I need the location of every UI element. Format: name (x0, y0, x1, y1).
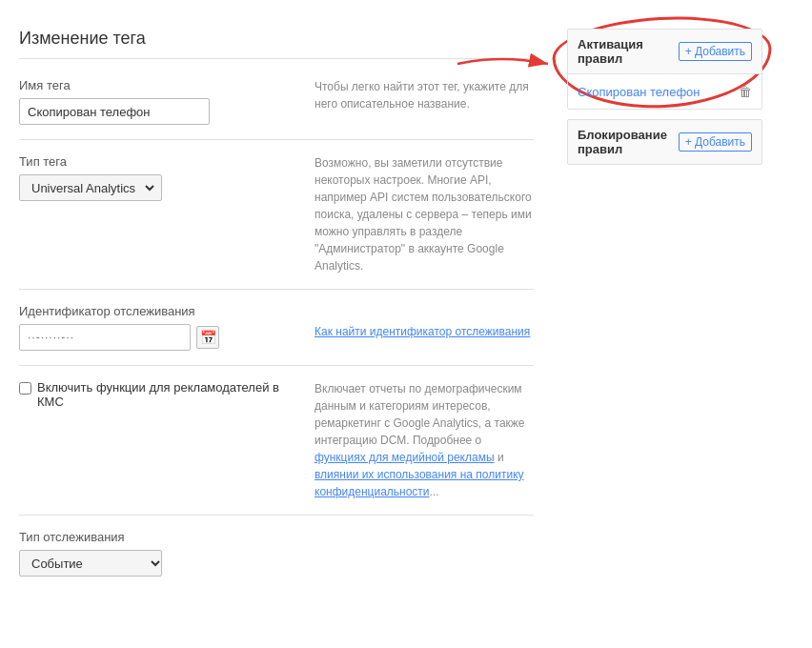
tag-type-label: Тип тега (19, 154, 286, 169)
tracking-id-input[interactable] (19, 324, 191, 351)
advertiser-help-text: Включает отчеты по демографическим данны… (315, 380, 534, 500)
blocking-add-button[interactable]: + Добавить (679, 132, 752, 152)
tag-type-section: Тип тега Universal Analytics Google Anal… (19, 154, 534, 274)
blocking-rules-panel: Блокирование правил + Добавить (567, 119, 762, 165)
rule-name[interactable]: Скопирован телефон (578, 85, 700, 99)
tag-name-input[interactable] (19, 98, 210, 125)
sidebar-wrapper: Активация правил + Добавить Скопирован т… (567, 29, 762, 165)
blocking-rules-title: Блокирование правил (578, 128, 679, 156)
tag-name-section: Имя тега Чтобы легко найти этот тег, ука… (19, 78, 534, 125)
tracking-type-select[interactable]: Событие Просмотр страницы Транзакция (28, 556, 163, 572)
activation-rules-header: Активация правил + Добавить (568, 30, 761, 74)
tracking-id-help-link[interactable]: Как найти идентификатор отслеживания (315, 325, 530, 338)
page-title: Изменение тега (19, 29, 534, 59)
advertiser-link2[interactable]: влиянии их использования на политику кон… (315, 468, 524, 498)
tracking-type-label: Тип отслеживания (19, 530, 534, 544)
activation-rules-title: Активация правил (578, 37, 679, 66)
delete-icon[interactable]: 🗑 (739, 84, 752, 99)
activation-rules-body: Скопирован телефон 🗑 (568, 74, 761, 109)
rule-item: Скопирован телефон 🗑 (578, 80, 752, 103)
activation-add-button[interactable]: + Добавить (679, 42, 752, 61)
tracking-id-label: Идентификатор отслеживания (19, 304, 286, 318)
advertiser-link1[interactable]: функциях для медийной рекламы (315, 451, 495, 464)
calendar-icon[interactable]: 📅 (196, 326, 219, 349)
tag-type-select-wrapper[interactable]: Universal Analytics Google Analytics Cus… (19, 174, 162, 201)
advertiser-checkbox-row: Включить функции для рекламодателей в КМ… (19, 380, 286, 409)
tag-type-select[interactable]: Universal Analytics Google Analytics Cus… (28, 180, 157, 196)
tracking-id-section: Идентификатор отслеживания 📅 Как найти и… (19, 304, 534, 351)
tracking-type-section: Тип отслеживания Событие Просмотр страни… (19, 530, 534, 577)
tag-name-label: Имя тега (19, 78, 286, 92)
activation-rules-panel: Активация правил + Добавить Скопирован т… (567, 29, 762, 110)
advertiser-label: Включить функции для рекламодателей в КМ… (37, 380, 286, 409)
advertiser-section: Включить функции для рекламодателей в КМ… (19, 380, 534, 500)
tracking-type-select-wrapper[interactable]: Событие Просмотр страницы Транзакция (19, 550, 162, 577)
tag-type-help: Возможно, вы заметили отсутствие некотор… (315, 154, 534, 274)
sidebar: Активация правил + Добавить Скопирован т… (553, 19, 772, 629)
tag-name-help: Чтобы легко найти этот тег, укажите для … (315, 78, 534, 112)
advertiser-checkbox[interactable] (19, 382, 31, 395)
